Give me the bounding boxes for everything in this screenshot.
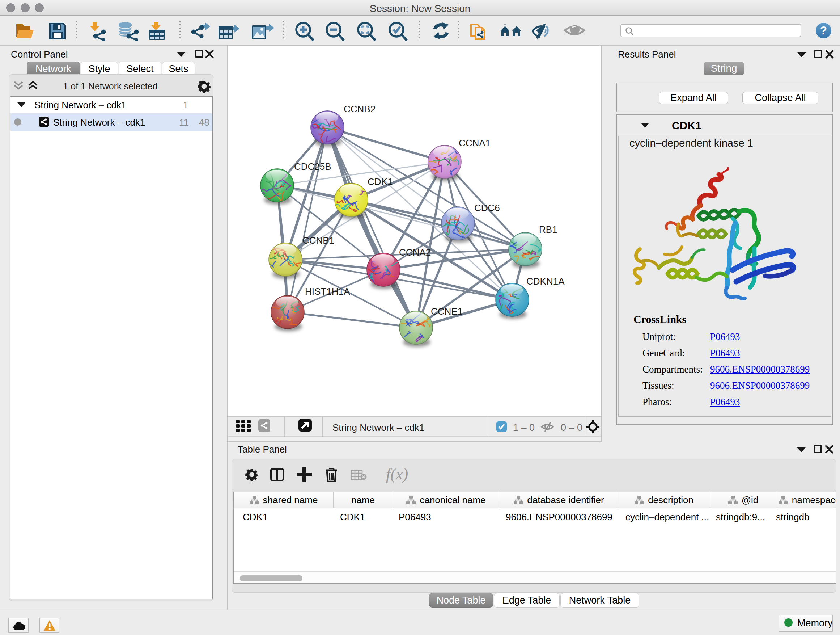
svg-text:CDKN1A: CDKN1A [526, 276, 565, 287]
svg-text:HIST1H1A: HIST1H1A [305, 286, 350, 297]
svg-text:CDC25B: CDC25B [294, 161, 332, 172]
svg-text:CCNE1: CCNE1 [431, 306, 463, 317]
svg-text:CCNA2: CCNA2 [399, 247, 431, 258]
svg-text:CCNB2: CCNB2 [344, 103, 376, 114]
svg-text:RB1: RB1 [539, 224, 557, 235]
svg-text:CCNB1: CCNB1 [302, 235, 334, 246]
svg-text:CDK1: CDK1 [368, 176, 393, 187]
svg-text:CDC6: CDC6 [474, 203, 500, 213]
svg-text:CCNA1: CCNA1 [459, 138, 491, 149]
